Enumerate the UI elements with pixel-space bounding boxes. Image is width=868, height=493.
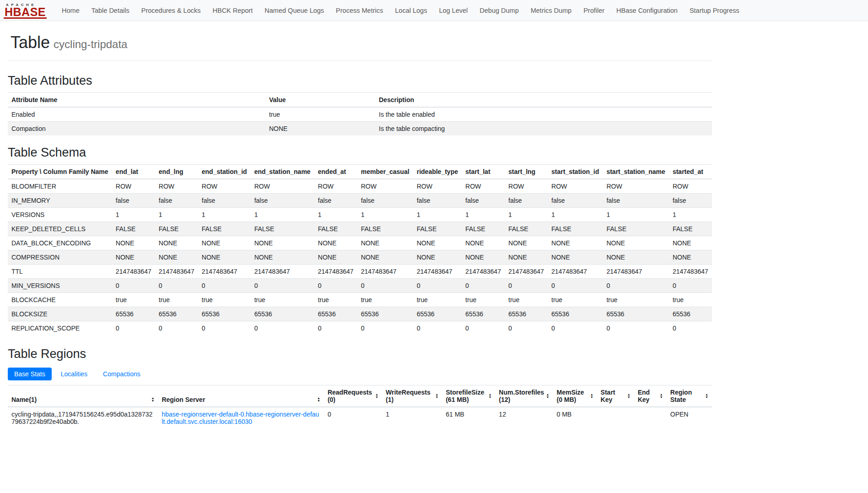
region-num-storefiles-cell: 12	[495, 407, 553, 428]
nav-item-hbck-report[interactable]: HBCK Report	[206, 7, 259, 14]
regions-column-header-start-key[interactable]: Start Key▲▼	[597, 385, 634, 407]
schema-cell: 1	[603, 208, 669, 222]
schema-cell: 0	[314, 279, 357, 293]
schema-cell: 2147483647	[505, 265, 548, 279]
nav-item-hbase-configuration[interactable]: HBase Configuration	[610, 7, 684, 14]
schema-cell: FALSE	[357, 222, 413, 236]
schema-cell: 65536	[112, 307, 155, 321]
schema-cell: true	[112, 293, 155, 307]
attributes-cell: NONE	[265, 122, 375, 136]
column-label: Num.Storefiles (12)	[499, 389, 544, 403]
schema-row: KEEP_DELETED_CELLSFALSEFALSEFALSEFALSEFA…	[8, 222, 712, 236]
regions-column-header-name-1[interactable]: Name(1)▲▼	[8, 385, 158, 407]
schema-cell: 1	[155, 208, 198, 222]
column-label: Name(1)	[11, 396, 37, 403]
column-label: MemSize (0 MB)	[557, 389, 588, 403]
tab-base-stats[interactable]: Base Stats	[8, 368, 52, 380]
tab-compactions[interactable]: Compactions	[97, 368, 147, 380]
sort-icon[interactable]: ▲▼	[546, 393, 550, 399]
sort-icon[interactable]: ▲▼	[375, 393, 378, 399]
nav-item-home[interactable]: Home	[56, 7, 86, 14]
schema-cell: true	[505, 293, 548, 307]
nav-item-startup-progress[interactable]: Startup Progress	[684, 7, 745, 14]
regions-column-header-end-key[interactable]: End Key▲▼	[634, 385, 667, 407]
column-label: Region State	[670, 389, 703, 403]
schema-cell: false	[548, 194, 603, 208]
schema-cell: ROW	[505, 179, 548, 194]
column-label: Start Key	[601, 389, 625, 403]
regions-column-header-region-state[interactable]: Region State▲▼	[667, 385, 712, 407]
schema-cell: 0	[603, 321, 669, 336]
schema-property-name: BLOCKSIZE	[8, 307, 112, 321]
nav-item-metrics-dump[interactable]: Metrics Dump	[525, 7, 577, 14]
schema-cell: true	[413, 293, 462, 307]
schema-cell: ROW	[198, 179, 251, 194]
schema-cell: 1	[251, 208, 314, 222]
schema-cell: 65536	[505, 307, 548, 321]
schema-family-header-end-lat: end_lat	[112, 165, 155, 179]
sort-icon[interactable]: ▲▼	[317, 397, 320, 402]
nav-item-profiler[interactable]: Profiler	[577, 7, 610, 14]
schema-cell: false	[198, 194, 251, 208]
schema-cell: true	[198, 293, 251, 307]
regions-heading: Table Regions	[8, 347, 712, 361]
schema-cell: ROW	[357, 179, 413, 194]
schema-row: MIN_VERSIONS000000000000	[8, 279, 712, 293]
attributes-table: Attribute NameValueDescriptionEnabledtru…	[8, 92, 712, 135]
schema-cell: NONE	[357, 236, 413, 250]
schema-cell: 0	[357, 321, 413, 336]
nav-item-named-queue-logs[interactable]: Named Queue Logs	[259, 7, 330, 14]
region-write-requests-cell: 1	[382, 407, 442, 428]
nav-item-process-metrics[interactable]: Process Metrics	[330, 7, 389, 14]
sort-icon[interactable]: ▲▼	[435, 393, 438, 399]
nav-item-table-details[interactable]: Table Details	[86, 7, 135, 14]
regions-column-header-storefilesize-61-mb[interactable]: StorefileSize (61 MB)▲▼	[442, 385, 495, 407]
schema-cell: true	[669, 293, 712, 307]
schema-cell: 1	[357, 208, 413, 222]
nav-item-log-level[interactable]: Log Level	[433, 7, 474, 14]
schema-cell: false	[669, 194, 712, 208]
sort-icon[interactable]: ▲▼	[151, 397, 154, 402]
schema-cell: 0	[548, 321, 603, 336]
schema-row: DATA_BLOCK_ENCODINGNONENONENONENONENONEN…	[8, 236, 712, 250]
schema-family-header-member-casual: member_casual	[357, 165, 413, 179]
hbase-logo[interactable]: APACHE HBASE	[4, 2, 47, 19]
sort-icon[interactable]: ▲▼	[660, 393, 663, 399]
schema-row: VERSIONS111111111111	[8, 208, 712, 222]
sort-icon[interactable]: ▲▼	[705, 393, 708, 399]
schema-row: BLOCKSIZE6553665536655366553665536655366…	[8, 307, 712, 321]
regions-column-header-writerequests-1[interactable]: WriteRequests (1)▲▼	[382, 385, 442, 407]
regions-column-header-num-storefiles-12[interactable]: Num.Storefiles (12)▲▼	[495, 385, 553, 407]
logo-hbase-text: HBASE	[5, 7, 46, 17]
schema-row: TTL2147483647214748364721474836472147483…	[8, 265, 712, 279]
schema-cell: 0	[251, 279, 314, 293]
attributes-column-header-value: Value	[265, 93, 375, 108]
schema-cell: FALSE	[505, 222, 548, 236]
sort-icon[interactable]: ▲▼	[627, 393, 631, 399]
nav-item-debug-dump[interactable]: Debug Dump	[474, 7, 524, 14]
sort-icon[interactable]: ▲▼	[590, 393, 593, 399]
column-label: StorefileSize (61 MB)	[446, 389, 486, 403]
schema-cell: 2147483647	[462, 265, 505, 279]
sort-icon[interactable]: ▲▼	[488, 393, 491, 399]
schema-property-name: REPLICATION_SCOPE	[8, 321, 112, 336]
region-server-link[interactable]: hbase-regionserver-default-0.hbase-regio…	[162, 411, 319, 425]
schema-cell: ROW	[669, 179, 712, 194]
schema-family-header-started-at: started_at	[669, 165, 712, 179]
schema-cell: 1	[198, 208, 251, 222]
column-label: ReadRequests (0)	[328, 389, 373, 403]
regions-column-header-memsize-0-mb[interactable]: MemSize (0 MB)▲▼	[553, 385, 597, 407]
schema-cell: false	[603, 194, 669, 208]
schema-cell: NONE	[251, 250, 314, 265]
schema-cell: ROW	[251, 179, 314, 194]
schema-cell: NONE	[251, 236, 314, 250]
regions-column-header-region-server[interactable]: Region Server▲▼	[158, 385, 323, 407]
schema-cell: 0	[548, 279, 603, 293]
schema-cell: true	[314, 293, 357, 307]
nav-item-local-logs[interactable]: Local Logs	[389, 7, 433, 14]
schema-cell: 1	[413, 208, 462, 222]
tab-localities[interactable]: Localities	[54, 368, 94, 380]
regions-table: Name(1)▲▼Region Server▲▼ReadRequests (0)…	[8, 385, 712, 428]
nav-item-procedures-locks[interactable]: Procedures & Locks	[135, 7, 207, 14]
regions-column-header-readrequests-0[interactable]: ReadRequests (0)▲▼	[324, 385, 382, 407]
